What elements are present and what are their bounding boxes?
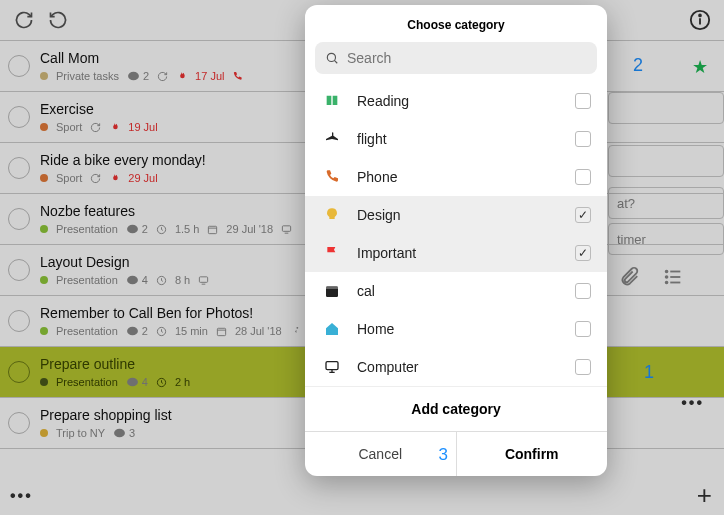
search-input[interactable]: [347, 50, 587, 66]
category-item-flight[interactable]: flight: [305, 120, 607, 158]
plane-icon: [323, 130, 341, 148]
svg-rect-32: [326, 362, 338, 370]
search-box[interactable]: [315, 42, 597, 74]
search-icon: [325, 51, 339, 65]
category-item-phone[interactable]: Phone: [305, 158, 607, 196]
category-checkbox[interactable]: [575, 283, 591, 299]
category-list: ReadingflightPhoneDesignImportantcalHome…: [305, 82, 607, 386]
category-label: Reading: [357, 93, 409, 109]
category-item-home[interactable]: Home: [305, 310, 607, 348]
category-item-cal[interactable]: cal: [305, 272, 607, 310]
category-label: cal: [357, 283, 375, 299]
add-category-button[interactable]: Add category: [305, 386, 607, 431]
category-item-important[interactable]: Important: [305, 234, 607, 272]
helper-3: 3: [439, 445, 448, 465]
cancel-button[interactable]: Cancel: [305, 432, 457, 476]
category-checkbox[interactable]: [575, 359, 591, 375]
flag-icon: [323, 244, 341, 262]
category-modal: Choose category ReadingflightPhoneDesign…: [305, 5, 607, 476]
category-checkbox[interactable]: [575, 93, 591, 109]
category-label: Home: [357, 321, 394, 337]
category-label: Computer: [357, 359, 418, 375]
bulb-icon: [323, 206, 341, 224]
category-label: Design: [357, 207, 401, 223]
category-item-design[interactable]: Design: [305, 196, 607, 234]
category-label: Phone: [357, 169, 397, 185]
category-checkbox[interactable]: [575, 207, 591, 223]
book-icon: [323, 92, 341, 110]
modal-title: Choose category: [305, 5, 607, 42]
category-label: flight: [357, 131, 387, 147]
category-checkbox[interactable]: [575, 169, 591, 185]
phone-icon: [323, 168, 341, 186]
category-label: Important: [357, 245, 416, 261]
svg-point-28: [327, 53, 335, 61]
confirm-button[interactable]: 3 Confirm: [457, 432, 608, 476]
calendar-icon: [323, 282, 341, 300]
svg-line-29: [334, 60, 337, 63]
category-checkbox[interactable]: [575, 131, 591, 147]
category-item-computer[interactable]: Computer: [305, 348, 607, 386]
category-checkbox[interactable]: [575, 321, 591, 337]
monitor-icon: [323, 358, 341, 376]
category-checkbox[interactable]: [575, 245, 591, 261]
category-item-reading[interactable]: Reading: [305, 82, 607, 120]
home-icon: [323, 320, 341, 338]
svg-rect-31: [326, 286, 338, 289]
